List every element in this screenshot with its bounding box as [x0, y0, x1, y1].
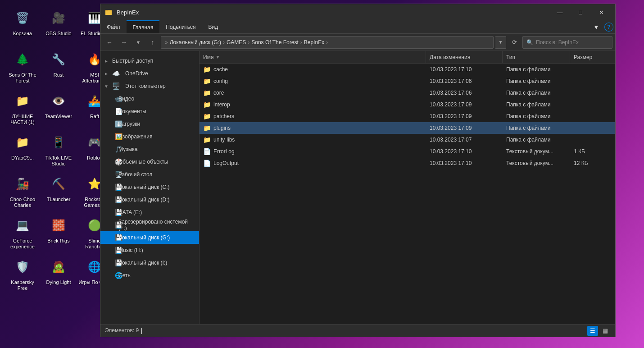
minimize-button[interactable]: — [549, 4, 570, 20]
sidebar-label-downloads: Загрузки [118, 121, 140, 127]
search-box[interactable]: 🔍 Поиск в: BepInEx [522, 36, 612, 49]
file-name-text-8: LogOutput [213, 160, 239, 166]
ribbon-dropdown-btn[interactable]: ▼ [590, 21, 603, 33]
sidebar-item-video[interactable]: 📹 Видео [100, 92, 199, 105]
ribbon-tab-view[interactable]: Вид [202, 20, 224, 33]
window-controls: — □ ✕ [549, 4, 612, 20]
address-dropdown-btn[interactable]: ▼ [495, 36, 506, 49]
file-name-4: 📁 patchers [200, 110, 426, 122]
sidebar-item-local-g[interactable]: 💾 Локальный диск (G:) [100, 231, 199, 244]
desktop-icon-label-teamviewer: TeamViewer [45, 114, 72, 119]
desktop-icon-obs[interactable]: 🎥 OBS Studio [41, 5, 77, 45]
file-row-cache[interactable]: 📁 cache 10.03.2023 17:10 Папка с файлами [200, 64, 615, 75]
breadcrumb-bepinex[interactable]: BepInEx [304, 39, 324, 46]
folder-icon: 📁 [203, 66, 211, 73]
file-size-6 [570, 134, 615, 145]
header-size[interactable]: Размер [570, 51, 615, 63]
window-title: BepInEx [117, 9, 549, 16]
refresh-button[interactable]: ⟳ [508, 36, 521, 49]
sidebar-item-docs[interactable]: 📄 Документы [100, 105, 199, 118]
desktop-icon-sons-forest[interactable]: 🌲 Sons Of The Forest [5, 46, 41, 87]
sidebar-icon-reserved-f: 💾 [106, 221, 115, 229]
file-row-logoutput[interactable]: 📄 LogOutput 10.03.2023 17:10 Текстовый д… [200, 157, 615, 169]
desktop-icon-label-luchshie: ЛУЧШИЕ ЧАСТИ (1) [6, 114, 39, 125]
desktop-icon-dying-light[interactable]: 🧟 Dying Light [41, 253, 77, 294]
breadcrumb-games[interactable]: GAMES [227, 39, 246, 46]
sidebar-this-pc-header[interactable]: ▼ 🖥️ Этот компьютер [100, 80, 199, 92]
sidebar-icon-network: 🌐 [106, 272, 115, 279]
desktop-icon-rust[interactable]: 🔧 Rust [41, 46, 77, 87]
header-type[interactable]: Тип [503, 51, 570, 63]
desktop-icon-tiktok[interactable]: 📱 TikTok LIVE Studio [41, 129, 77, 169]
view-list-btn[interactable]: ☰ [587, 326, 598, 336]
sidebar-onedrive-header[interactable]: ► ☁️ OneDrive [100, 67, 199, 80]
forward-button[interactable]: → [118, 36, 130, 49]
address-bar[interactable]: » Локальный диск (G:) › GAMES › Sons Of … [161, 36, 494, 49]
file-row-interop[interactable]: 📁 interop 10.03.2023 17:09 Папка с файла… [200, 99, 615, 110]
this-pc-arrow: ▼ [104, 84, 109, 89]
file-row-config[interactable]: 📁 config 10.03.2023 17:06 Папка с файлам… [200, 75, 615, 87]
ribbon-tab-home[interactable]: Главная [127, 20, 160, 33]
desktop-icon-geforce[interactable]: 💻 GeForce experience [5, 212, 41, 252]
sidebar-item-local-c[interactable]: 💾 Локальный диск (C:) [100, 181, 199, 193]
file-row-unity-libs[interactable]: 📁 unity-libs 10.03.2023 17:07 Папка с фа… [200, 134, 615, 146]
sidebar-item-network[interactable]: 🌐 Сеть [100, 269, 199, 282]
desktop-icon-korzina[interactable]: 🗑️ Корзина [5, 5, 41, 45]
file-name-text-5: plugins [213, 125, 231, 131]
desktop-icon-img-sons-forest: 🌲 [12, 49, 33, 70]
file-row-patchers[interactable]: 📁 patchers 10.03.2023 17:09 Папка с файл… [200, 110, 615, 122]
sidebar-items: 📹 Видео 📄 Документы ⬇️ Загрузки 🖼️ Изобр… [100, 92, 199, 282]
sidebar-icon-images: 🖼️ [106, 133, 115, 140]
sidebar-item-data-e[interactable]: 💾 DATA (E:) [100, 206, 199, 219]
desktop-icon-tlauncher[interactable]: ⛏️ TLauncher [41, 170, 77, 211]
desktop-icon-choo-charles[interactable]: 🚂 Choo-Choo Charles [5, 170, 41, 211]
desktop-icon-luchshie[interactable]: 📁 ЛУЧШИЕ ЧАСТИ (1) [5, 87, 41, 128]
file-type-0: Папка с файлами [503, 64, 570, 75]
file-type-2: Папка с файлами [503, 87, 570, 98]
desktop-icon-teamviewer[interactable]: 👁️ TeamViewer [41, 87, 77, 128]
header-name[interactable]: Имя ▼ [200, 51, 426, 63]
sidebar-item-local-i[interactable]: 💾 Локальный диск (I:) [100, 256, 199, 269]
sidebar-item-music[interactable]: 🎵 Музыка [100, 143, 199, 156]
sidebar-item-downloads[interactable]: ⬇️ Загрузки [100, 118, 199, 130]
close-button[interactable]: ✕ [591, 4, 612, 20]
file-date-1: 10.03.2023 17:06 [426, 75, 503, 87]
sidebar-item-desktop[interactable]: 🖥️ Рабочий стол [100, 168, 199, 181]
ribbon-tab-file[interactable]: Файл [100, 20, 127, 33]
file-row-core[interactable]: 📁 core 10.03.2023 17:06 Папка с файлами [200, 87, 615, 99]
file-name-2: 📁 core [200, 87, 426, 98]
header-date[interactable]: Дата изменения [426, 51, 503, 63]
desktop-icon-label-brick-rigs: Brick Rigs [47, 238, 70, 244]
desktop-icon-brick-rigs[interactable]: 🧱 Brick Rigs [41, 212, 77, 252]
ribbon-help-btn[interactable]: ? [604, 23, 613, 32]
file-type-6: Папка с файлами [503, 134, 570, 145]
file-size-8: 12 КБ [570, 157, 615, 169]
back-button[interactable]: ← [103, 36, 116, 49]
recent-button[interactable]: ▼ [132, 36, 145, 49]
file-type-4: Папка с файлами [503, 110, 570, 122]
breadcrumb-sotf[interactable]: Sons Of The Forest [251, 39, 299, 46]
desktop-icon-dyaoc9[interactable]: 📁 DYaoC9... [5, 129, 41, 169]
sidebar-item-3d[interactable]: 🎲 Объемные объекты [100, 156, 199, 168]
desktop-icon-label-tlauncher: TLauncher [47, 197, 71, 202]
desktop-icon-kaspersky[interactable]: 🛡️ Kaspersky Free [5, 253, 41, 294]
file-date-6: 10.03.2023 17:07 [426, 134, 503, 145]
folder-icon: 📁 [203, 78, 211, 85]
sidebar-item-images[interactable]: 🖼️ Изображения [100, 130, 199, 143]
folder-icon: 📁 [203, 89, 211, 96]
up-button[interactable]: ↑ [146, 36, 159, 49]
content-area: ► Быстрый доступ ► ☁️ OneDrive ▼ 🖥️ Этот… [100, 51, 615, 324]
breadcrumb-disk[interactable]: Локальный диск (G:) [170, 39, 221, 46]
view-grid-btn[interactable]: ▦ [600, 326, 611, 336]
sidebar-item-music-h[interactable]: 💾 Music (H:) [100, 244, 199, 256]
maximize-button[interactable]: □ [570, 4, 591, 20]
ribbon-tab-share[interactable]: Поделиться [159, 20, 202, 33]
search-placeholder: Поиск в: BepInEx [536, 39, 579, 46]
file-row-plugins[interactable]: 📁 plugins 10.03.2023 17:09 Папка с файла… [200, 122, 615, 134]
sidebar-quick-access-header[interactable]: ► Быстрый доступ [100, 55, 199, 67]
folder-icon: 📁 [203, 101, 211, 108]
desktop-icon-img-brick-rigs: 🧱 [48, 215, 69, 236]
sidebar-item-local-d[interactable]: 💾 Локальный диск (D:) [100, 193, 199, 206]
file-row-errorlog[interactable]: 📄 ErrorLog 10.03.2023 17:10 Текстовый до… [200, 146, 615, 157]
sidebar-item-reserved-f[interactable]: 💾 Зарезервировано системой (F:) [100, 219, 199, 231]
